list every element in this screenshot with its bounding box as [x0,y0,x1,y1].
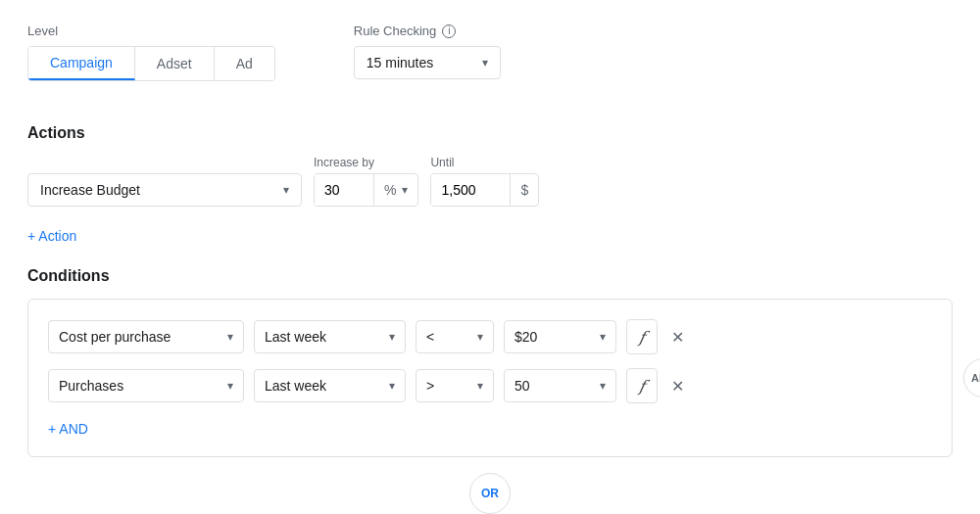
function-button-2[interactable]: 𝑓 [626,368,658,403]
chevron-down-icon: ▾ [477,330,483,344]
until-label: Until [430,156,539,169]
until-input[interactable] [431,174,510,206]
outer-conditions: Cost per purchase ▾ Last week ▾ < ▾ $20 … [27,299,953,514]
function-button-1[interactable]: 𝑓 [626,319,658,354]
actions-title: Actions [27,124,953,142]
chevron-down-icon: ▾ [227,379,233,393]
condition-operator-1[interactable]: < ▾ [416,320,494,353]
chevron-down-icon: ▾ [600,379,606,393]
chevron-down-icon: ▾ [482,56,488,70]
rule-checking-section: Rule Checking i 15 minutes ▾ [354,23,501,79]
actions-row: Increase Budget ▾ Increase by % ▾ Until … [27,156,953,207]
increase-by-label: Increase by [314,156,418,169]
level-tab-group: Campaign Adset Ad [27,46,275,81]
condition-value-2[interactable]: 50 ▾ [504,369,616,402]
info-icon[interactable]: i [442,24,456,38]
and-badge-wrapper: AND [963,358,980,397]
rule-checking-label: Rule Checking i [354,23,501,38]
increase-by-wrapper: Increase by % ▾ [314,156,418,207]
add-and-button[interactable]: + AND [48,417,88,441]
conditions-section: Conditions Cost per purchase ▾ Last week… [27,267,953,514]
condition-operator-2[interactable]: > ▾ [416,369,494,402]
increase-by-input[interactable] [315,174,373,206]
chevron-down-icon: ▾ [227,330,233,344]
until-wrapper: Until $ [430,156,539,207]
and-badge: AND [963,358,980,397]
remove-condition-2[interactable]: ✕ [667,373,688,399]
tab-adset[interactable]: Adset [135,47,215,80]
add-action-button[interactable]: + Action [27,224,76,248]
chevron-down-icon: ▾ [389,330,395,344]
conditions-title: Conditions [27,267,953,285]
or-button[interactable]: OR [469,473,511,514]
chevron-down-icon: ▾ [402,183,408,197]
condition-value-1[interactable]: $20 ▾ [504,320,616,353]
action-select-wrapper: Increase Budget ▾ [27,173,302,207]
chevron-down-icon: ▾ [389,379,395,393]
chevron-down-icon: ▾ [600,330,606,344]
condition-metric-1[interactable]: Cost per purchase ▾ [48,320,244,353]
condition-metric-2[interactable]: Purchases ▾ [48,369,244,402]
chevron-down-icon: ▾ [283,183,289,197]
rule-checking-select[interactable]: 15 minutes ▾ [354,46,501,79]
condition-time-1[interactable]: Last week ▾ [254,320,406,353]
increase-by-unit[interactable]: % ▾ [373,174,417,206]
increase-by-field: % ▾ [314,173,418,207]
condition-row-1: Cost per purchase ▾ Last week ▾ < ▾ $20 … [48,319,932,354]
until-unit: $ [510,174,538,206]
conditions-box: Cost per purchase ▾ Last week ▾ < ▾ $20 … [27,299,953,457]
condition-time-2[interactable]: Last week ▾ [254,369,406,402]
level-section: Level Campaign Adset Ad [27,23,275,81]
action-select[interactable]: Increase Budget ▾ [27,173,302,207]
chevron-down-icon: ▾ [477,379,483,393]
level-label: Level [27,23,275,38]
or-wrapper: OR [27,473,953,514]
until-field: $ [430,173,539,207]
actions-section: Actions Increase Budget ▾ Increase by % … [27,124,953,207]
tab-campaign[interactable]: Campaign [28,47,135,80]
remove-condition-1[interactable]: ✕ [667,324,688,350]
condition-row-2: Purchases ▾ Last week ▾ > ▾ 50 ▾ 𝑓 ✕ [48,368,932,403]
tab-ad[interactable]: Ad [215,47,274,80]
